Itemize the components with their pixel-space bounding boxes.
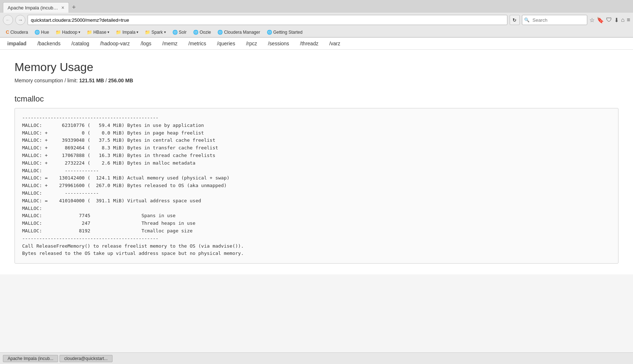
memory-info: Memory consumption / limit: 121.51 MB / … (15, 78, 618, 83)
tab-close-button[interactable]: × (61, 5, 64, 11)
download-icon[interactable]: ⬇ (614, 17, 619, 24)
impala-folder-icon: 📁 (116, 30, 121, 35)
memory-separator: / (106, 78, 107, 83)
bookmark-cloudera-label: Cloudera (10, 30, 28, 35)
bookmark-cloudera-manager-label: Cloudera Manager (224, 30, 260, 35)
browser-chrome: Apache Impala (incubati... × + ← → ↻ ☆ 🔖… (0, 0, 633, 38)
bookmark-getting-started[interactable]: 🌐 Getting Started (264, 29, 306, 36)
bookmark-solr-label: Solr (179, 30, 187, 35)
bookmark-spark-label: Spark (151, 30, 163, 35)
solr-icon: 🌐 (172, 30, 178, 35)
bookmark-spark[interactable]: 📁 Spark ▾ (142, 29, 168, 36)
search-wrapper (522, 15, 587, 25)
new-tab-button[interactable]: + (70, 2, 77, 13)
oozie-icon: 🌐 (193, 30, 199, 35)
nav-queries[interactable]: /queries (217, 41, 235, 46)
back-button[interactable]: ← (3, 15, 13, 25)
tcmalloc-section-title: tcmalloc (15, 94, 618, 104)
nav-catalog[interactable]: /catalog (72, 41, 89, 46)
nav-threadz[interactable]: /threadz (300, 41, 319, 46)
shield-icon[interactable]: 🛡 (606, 17, 612, 23)
bookmark-hbase[interactable]: 📁 HBase ▾ (84, 29, 112, 36)
nav-logs[interactable]: /logs (141, 41, 152, 46)
bookmark-cloudera[interactable]: C Cloudera (3, 28, 31, 36)
bookmark-icon[interactable]: 🔖 (597, 17, 604, 24)
impala-dropdown-icon: ▾ (136, 30, 138, 34)
bookmark-cloudera-manager[interactable]: 🌐 Cloudera Manager (215, 29, 263, 36)
nav-memz[interactable]: /memz (162, 41, 177, 46)
bookmark-oozie[interactable]: 🌐 Oozie (190, 29, 214, 36)
bookmark-hue[interactable]: 🌐 Hue (32, 29, 52, 36)
bookmark-getting-started-label: Getting Started (273, 30, 303, 35)
home-icon[interactable]: ⌂ (621, 17, 625, 23)
bookmark-hadoop[interactable]: 📁 Hadoop ▾ (53, 29, 83, 36)
main-content: Memory Usage Memory consumption / limit:… (0, 50, 633, 274)
hue-icon: 🌐 (34, 30, 40, 35)
nav-brand: impalad (7, 41, 26, 46)
hbase-folder-icon: 📁 (87, 30, 92, 35)
nav-rpcz[interactable]: /rpcz (246, 41, 257, 46)
reload-button[interactable]: ↻ (510, 15, 520, 25)
bookmark-hbase-label: HBase (93, 30, 106, 35)
hadoop-folder-icon: 📁 (56, 30, 61, 35)
spark-dropdown-icon: ▾ (164, 30, 166, 34)
search-input[interactable] (522, 15, 587, 25)
bookmark-solr[interactable]: 🌐 Solr (170, 29, 189, 36)
address-input[interactable] (28, 15, 507, 25)
tcmalloc-content: ----------------------------------------… (22, 114, 611, 257)
nav-hadoop-varz[interactable]: /hadoop-varz (100, 41, 130, 46)
star-icon[interactable]: ☆ (589, 17, 595, 24)
nav-bar: impalad /backends /catalog /hadoop-varz … (0, 38, 633, 50)
cloudera-manager-icon: 🌐 (217, 30, 223, 35)
address-bar-row: ← → ↻ ☆ 🔖 🛡 ⬇ ⌂ ≡ (0, 13, 633, 27)
tcmalloc-box: ----------------------------------------… (15, 108, 618, 264)
page-title: Memory Usage (15, 61, 618, 74)
bookmark-impala[interactable]: 📁 Impala ▾ (113, 29, 141, 36)
bookmarks-bar: C Cloudera 🌐 Hue 📁 Hadoop ▾ 📁 HBase ▾ 📁 … (0, 27, 633, 37)
spark-folder-icon: 📁 (145, 30, 150, 35)
tab-title: Apache Impala (incubati... (8, 5, 58, 11)
nav-varz[interactable]: /varz (329, 41, 340, 46)
hbase-dropdown-icon: ▾ (107, 30, 109, 34)
forward-button[interactable]: → (15, 15, 25, 25)
toolbar-icons: ☆ 🔖 🛡 ⬇ ⌂ ≡ (589, 17, 630, 24)
tab-bar: Apache Impala (incubati... × + (0, 0, 633, 13)
memory-used: 121.51 MB (79, 78, 104, 83)
bookmark-oozie-label: Oozie (200, 30, 211, 35)
hadoop-dropdown-icon: ▾ (78, 30, 80, 34)
nav-sessions[interactable]: /sessions (268, 41, 289, 46)
bookmark-hue-label: Hue (41, 30, 49, 35)
bookmark-impala-label: Impala (122, 30, 135, 35)
memory-limit: 256.00 MB (108, 78, 133, 83)
menu-icon[interactable]: ≡ (627, 17, 630, 23)
bookmark-hadoop-label: Hadoop (62, 30, 77, 35)
active-tab[interactable]: Apache Impala (incubati... × (3, 2, 69, 13)
nav-metrics[interactable]: /metrics (188, 41, 206, 46)
getting-started-icon: 🌐 (267, 30, 272, 35)
cloudera-icon: C (6, 29, 9, 35)
memory-consumption-label: Memory consumption / limit: (15, 78, 78, 83)
nav-backends[interactable]: /backends (37, 41, 61, 46)
